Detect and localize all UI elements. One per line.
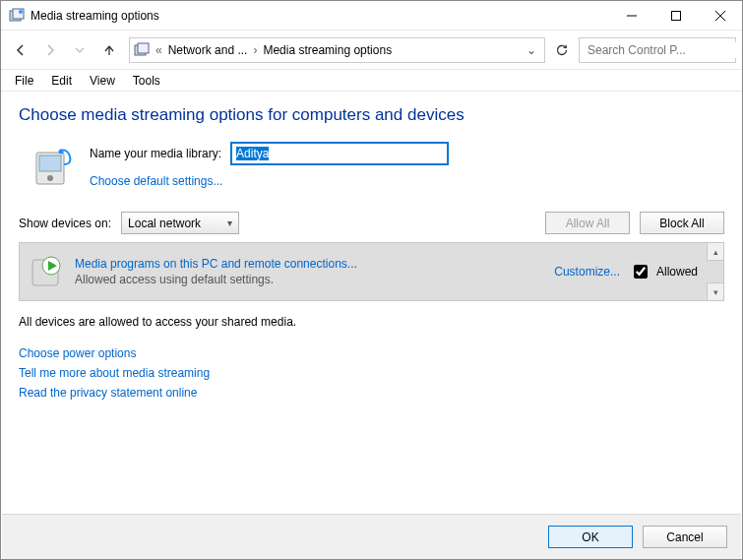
footer: OK Cancel [2,514,741,559]
app-icon [9,8,25,24]
device-title: Media programs on this PC and remote con… [75,257,357,271]
search-box[interactable] [579,37,736,63]
window-title: Media streaming options [31,9,159,23]
help-links: Choose power options Tell me more about … [19,346,724,400]
svg-rect-8 [138,43,149,53]
breadcrumb-seg-media[interactable]: Media streaming options [259,43,396,57]
menu-edit[interactable]: Edit [43,72,80,90]
allowed-checkbox[interactable] [634,265,648,279]
svg-rect-12 [39,156,61,171]
scroll-down-button[interactable]: ▾ [707,282,723,300]
block-all-button[interactable]: Block All [640,212,724,234]
svg-point-13 [47,175,53,181]
ok-button[interactable]: OK [548,526,633,548]
search-input[interactable] [586,42,737,58]
devices-toolbar: Show devices on: Local network Allow All… [19,212,724,234]
nav-forward-button[interactable] [36,36,64,64]
allowed-label: Allowed [656,265,698,279]
menu-bar: File Edit View Tools [1,70,742,92]
svg-point-14 [59,150,64,155]
recent-locations-button[interactable] [66,36,93,64]
svg-rect-1 [13,9,24,19]
show-devices-label: Show devices on: [19,217,111,230]
page-title: Choose media streaming options for compu… [19,105,724,125]
show-devices-value: Local network [128,217,201,230]
privacy-link[interactable]: Read the privacy statement online [19,386,724,400]
cancel-button[interactable]: Cancel [643,526,727,548]
refresh-button[interactable] [551,39,573,61]
nav-back-button[interactable] [7,36,34,64]
show-devices-select[interactable]: Local network [121,212,239,234]
menu-tools[interactable]: Tools [125,72,168,90]
menu-view[interactable]: View [82,72,123,90]
menu-file[interactable]: File [7,72,41,90]
media-library-icon [31,145,76,190]
close-button[interactable] [698,1,742,31]
breadcrumb-icon [134,42,150,58]
customize-link[interactable]: Customize... [554,265,620,279]
allow-all-button[interactable]: Allow All [545,212,630,234]
nav-bar: « Network and ... › Media streaming opti… [1,31,742,70]
breadcrumb-seg-network[interactable]: Network and ... [164,43,252,57]
library-name-label: Name your media library: [90,147,221,160]
window-controls [609,1,742,31]
status-text: All devices are allowed to access your s… [19,315,724,329]
power-options-link[interactable]: Choose power options [19,346,724,360]
device-list: Media programs on this PC and remote con… [19,242,724,301]
allowed-checkbox-group[interactable]: Allowed [630,262,698,281]
choose-defaults-link[interactable]: Choose default settings... [90,174,448,188]
maximize-button[interactable] [653,1,698,31]
device-row[interactable]: Media programs on this PC and remote con… [20,243,706,300]
library-section: Name your media library: Choose default … [19,143,724,190]
content-area: Choose media streaming options for compu… [1,92,742,400]
svg-rect-4 [671,11,680,20]
nav-up-button[interactable] [95,36,123,64]
chevron-left-icon: « [154,43,164,57]
svg-point-2 [19,10,23,14]
minimize-button[interactable] [609,1,653,31]
device-subtitle: Allowed access using default settings. [75,273,357,286]
breadcrumb-dropdown[interactable]: ⌄ [525,43,538,57]
device-play-icon [30,254,65,289]
learn-more-link[interactable]: Tell me more about media streaming [19,366,724,380]
scroll-up-button[interactable]: ▴ [707,243,723,261]
title-bar: Media streaming options [1,1,742,31]
chevron-right-icon: › [251,43,259,57]
library-name-input[interactable] [231,143,448,164]
breadcrumb[interactable]: « Network and ... › Media streaming opti… [129,37,545,63]
